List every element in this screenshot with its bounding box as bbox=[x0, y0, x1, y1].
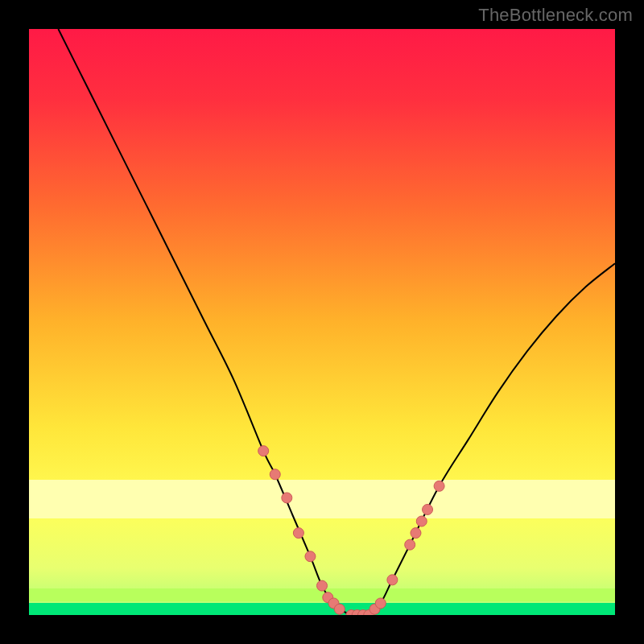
highlight-dot bbox=[416, 516, 427, 526]
highlight-dot bbox=[411, 528, 421, 539]
highlight-dot bbox=[258, 446, 269, 456]
attribution-text: TheBottleneck.com bbox=[478, 5, 633, 26]
highlight-dot bbox=[405, 539, 415, 550]
highlight-dot bbox=[293, 528, 303, 539]
highlight-dots bbox=[29, 29, 615, 615]
highlight-dot bbox=[387, 575, 398, 585]
highlight-dot bbox=[334, 604, 345, 614]
highlight-dot bbox=[423, 504, 433, 514]
plot-area bbox=[29, 29, 615, 615]
highlight-dot bbox=[305, 551, 316, 562]
highlight-dot bbox=[375, 598, 386, 609]
highlight-dot bbox=[282, 493, 292, 503]
highlight-dot bbox=[317, 580, 328, 591]
highlight-dot bbox=[434, 481, 444, 491]
highlight-dot bbox=[270, 469, 280, 480]
outer-frame: TheBottleneck.com bbox=[0, 0, 644, 644]
